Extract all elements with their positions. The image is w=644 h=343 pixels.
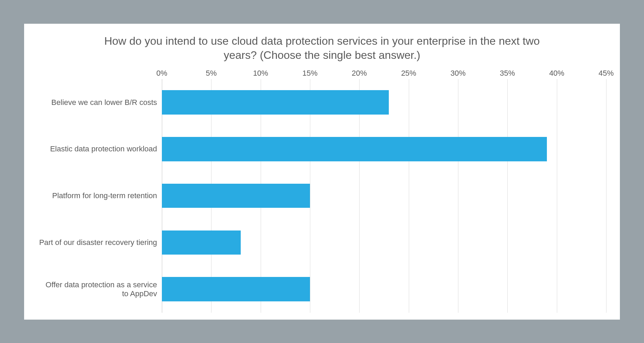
category-label: Platform for long-term retention xyxy=(38,172,162,219)
bar xyxy=(162,277,310,301)
bars-area xyxy=(162,79,606,313)
chart-body: 0%5%10%15%20%25%30%35%40%45% Believe we … xyxy=(38,69,606,313)
category-labels: Believe we can lower B/R costsElastic da… xyxy=(38,79,162,313)
x-tick-label: 45% xyxy=(599,69,614,78)
bar xyxy=(162,231,241,255)
chart-card: How do you intend to use cloud data prot… xyxy=(24,24,620,320)
gridline xyxy=(606,79,606,313)
x-tick-label: 10% xyxy=(253,69,268,78)
chart-title: How do you intend to use cloud data prot… xyxy=(98,34,546,63)
bar xyxy=(162,184,310,208)
x-tick-label: 25% xyxy=(401,69,416,78)
x-tick-label: 20% xyxy=(352,69,367,78)
x-tick-label: 5% xyxy=(206,69,217,78)
x-axis-ticks: 0%5%10%15%20%25%30%35%40%45% xyxy=(162,69,606,79)
bar-row xyxy=(162,172,606,219)
bar-row xyxy=(162,219,606,266)
category-label: Elastic data protection workload xyxy=(38,126,162,172)
x-tick-label: 15% xyxy=(302,69,318,78)
y-label-spacer xyxy=(38,69,162,79)
bar xyxy=(162,137,547,161)
bar-row xyxy=(162,126,606,172)
bar xyxy=(162,90,389,115)
category-label: Part of our disaster recovery tiering xyxy=(38,219,162,266)
bars xyxy=(162,79,606,313)
category-label: Believe we can lower B/R costs xyxy=(38,79,162,126)
x-tick-label: 35% xyxy=(500,69,515,78)
bar-row xyxy=(162,79,606,126)
x-axis-row: 0%5%10%15%20%25%30%35%40%45% xyxy=(38,69,606,79)
x-tick-label: 30% xyxy=(450,69,466,78)
bar-row xyxy=(162,266,606,313)
x-tick-label: 0% xyxy=(156,69,167,78)
category-label: Offer data protection as a service to Ap… xyxy=(38,266,162,313)
plot-area: Believe we can lower B/R costsElastic da… xyxy=(38,79,606,313)
x-tick-label: 40% xyxy=(549,69,564,78)
